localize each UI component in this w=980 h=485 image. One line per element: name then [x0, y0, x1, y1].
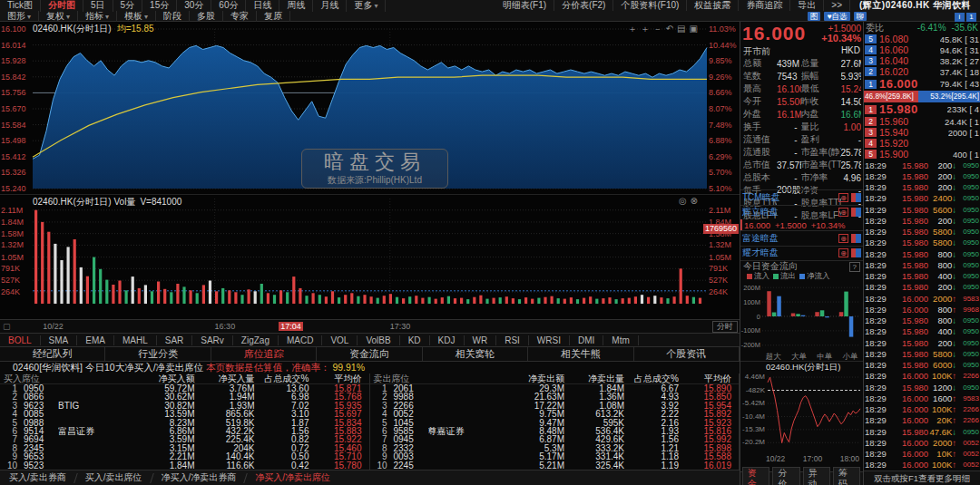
corner-badge-1[interactable]: 1 [966, 13, 976, 22]
indicator-tab-BOLL[interactable]: BOLL [0, 335, 41, 345]
tool-tab-专家[interactable]: 专家 [223, 11, 257, 23]
indicator-tab-DMI[interactable]: DMI [570, 335, 603, 345]
tool-tab-指标[interactable]: 指标▾ [78, 11, 117, 23]
section-tab-相关牛熊[interactable]: 相关牛熊 [528, 347, 633, 361]
indicator-tab-EMA[interactable]: EMA [77, 335, 114, 345]
timeframe-corner-label[interactable]: 分时 [712, 321, 738, 333]
help-icon[interactable]: ? [849, 262, 860, 272]
bottom-tab-净买入/净卖出券商[interactable]: 净买入/净卖出券商 [152, 471, 246, 484]
bottom-tab-净买入/净卖出席位[interactable]: 净买入/净卖出席位 [246, 471, 339, 484]
indicator-tab-SARv[interactable]: SARv [192, 335, 233, 345]
add-favorite-button[interactable]: ♥自选 [824, 12, 849, 21]
indicator-tab-Mtm[interactable]: Mtm [603, 335, 638, 345]
bottom-tab-买入/卖出券商[interactable]: 买入/卖出券商 [0, 471, 75, 484]
section-tab-个股资讯[interactable]: 个股资讯 [634, 347, 740, 361]
tick-row: 18:2915.980200↓0950 [864, 160, 980, 170]
section-tab-行业分类[interactable]: 行业分类 [105, 347, 211, 361]
ask-level-row[interactable]: 316.04038.2K [ 27 [864, 55, 980, 66]
tick-list[interactable]: 18:2915.980200↓095018:2915.980200↓095018… [864, 160, 980, 470]
ask-level-row[interactable]: 216.02037.4K [ 18 [864, 66, 980, 77]
compare-icon[interactable] [851, 248, 861, 257]
dark-pool-link-富途暗盘[interactable]: 富途暗盘 [742, 232, 779, 245]
menu-tab-券商追踪[interactable]: 券商追踪 [739, 0, 790, 11]
indicator-tab-VOL[interactable]: VOL [322, 335, 358, 345]
indicator-tab-WRSI[interactable]: WRSI [529, 335, 570, 345]
tick-time: 18:29 [865, 294, 892, 304]
tool-tab-图形[interactable]: 图形▾ [0, 11, 39, 23]
menu-tab-权益披露[interactable]: 权益披露 [687, 0, 739, 11]
period-tab-月线[interactable]: 月线 [313, 0, 347, 12]
screenshot-button[interactable]: 图 [808, 12, 821, 21]
search-icon[interactable]: ⊕ [838, 193, 848, 202]
compare-icon[interactable] [851, 208, 861, 217]
compare-icon[interactable] [851, 234, 861, 243]
bid-level-row[interactable]: 215.96024.4K [ 1 [864, 116, 980, 127]
indicator-tab-MAHL[interactable]: MAHL [114, 335, 157, 345]
compare-icon[interactable] [851, 193, 861, 202]
window-icon[interactable]: ▢ [3, 322, 11, 331]
bid-level-row[interactable]: 315.9402000 [ 1 [864, 127, 980, 138]
rt-tab-异动[interactable]: 异动 [803, 467, 830, 485]
tick-volume-value: 200 [937, 338, 952, 348]
bid-level-row[interactable]: 515.900400 [ 1 [864, 149, 980, 160]
ask-level-row[interactable]: 516.08045.8K [ 31 [864, 34, 980, 44]
tick-volume-value: 5800 [933, 227, 952, 237]
section-tab-资金流向[interactable]: 资金流向 [317, 347, 422, 361]
indicator-tab-SAR[interactable]: SAR [157, 335, 193, 345]
bid-level-row[interactable]: 115.980233K [ 4 [864, 102, 980, 116]
tool-tab-复原[interactable]: 复原 [257, 11, 290, 23]
dark-pool-link-耀才暗盘[interactable]: 耀才暗盘 [742, 247, 779, 259]
tool-tab-模板[interactable]: 模板▾ [117, 11, 156, 23]
tool-tab-多股[interactable]: 多股 [190, 11, 223, 23]
volume-pane-toolbar[interactable]: ◎⊗ [679, 196, 701, 206]
rt-tab-筹码[interactable]: 筹码 [833, 467, 860, 485]
search-icon[interactable]: ⊕ [838, 234, 848, 243]
search-icon[interactable]: ⊕ [838, 208, 848, 217]
search-icon[interactable]: ⊕ [838, 248, 848, 257]
stat-value: 16.100 [777, 84, 801, 94]
chat-button[interactable]: 聊 [854, 12, 867, 21]
bid-quantity: 233K [ 4 [947, 104, 979, 114]
percent-axis-right-label: 6.29% [709, 153, 732, 161]
ask-level-row[interactable]: 416.06094.6K [ 31 [864, 44, 980, 55]
stat-value: 27.6M [841, 59, 862, 69]
dark-pool-link-TCM暗盘[interactable]: TCM暗盘 [742, 191, 780, 204]
tick-broker-code: 0950 [956, 327, 979, 335]
seat-table-header: 02460[华润饮料] 今日10大净买入/净卖出席位 本页数据是估算值，准确率：… [0, 362, 740, 373]
bottom-tab-买入/卖出席位[interactable]: 买入/卖出席位 [76, 471, 152, 484]
indicator-tab-WR[interactable]: WR [465, 335, 497, 345]
section-tab-经纪队列[interactable]: 经纪队列 [0, 347, 105, 361]
rt-tab-分价[interactable]: 分价 [772, 467, 799, 485]
tool-tab-阶段[interactable]: 阶段 [156, 11, 190, 23]
tick-row: 18:2916.00020K↑2266 [864, 415, 980, 426]
corner-badge-i[interactable]: i [955, 13, 965, 22]
period-tab-更多[interactable]: 更多▾ [347, 0, 386, 12]
ask-level-row[interactable]: 116.00079.4K [ 43 [864, 77, 980, 91]
indicator-tab-SMA[interactable]: SMA [41, 335, 78, 345]
indicator-tab-MACD[interactable]: MACD [279, 335, 322, 345]
volume-chart[interactable]: 02460.HK(分时1日) Vol量V=841000 ◎⊗ 1769560 2… [0, 194, 740, 319]
indicator-tab-VolBB[interactable]: VolBB [358, 335, 399, 345]
rt-tab-资金[interactable]: 资金 [742, 467, 769, 485]
indicator-tab-KDJ[interactable]: KDJ [430, 335, 465, 345]
section-tab-相关窝轮[interactable]: 相关窝轮 [423, 347, 528, 361]
menu-tab-导出[interactable]: 导出 [790, 0, 824, 11]
bid-level-row[interactable]: 415.920 [864, 138, 980, 149]
menu-tab-明细表(F1)[interactable]: 明细表(F1) [495, 0, 554, 11]
chart-drawing-toolbar[interactable]: ＋＋－↶▤▣ [628, 23, 701, 35]
tick-row: 18:2916.0002000↑9583 [864, 293, 980, 304]
tool-tab-复权[interactable]: 复权▾ [39, 11, 78, 23]
dark-pool-link-辉立暗盘[interactable]: 辉立暗盘 [742, 206, 779, 218]
indicator-tab-ZigZag[interactable]: ZigZag [233, 335, 279, 345]
menu-tab->>[interactable]: >> [824, 0, 850, 11]
table-row[interactable]: 1022455.21M325.4K1.1916.019 [370, 461, 740, 470]
tick-volume-value: 2400 [933, 193, 952, 203]
indicator-tab-RSI[interactable]: RSI [496, 335, 529, 345]
intraday-price-chart[interactable]: 02460.HK(分时1日)均=15.85 ＋＋－↶▤▣ 暗盘交易 数据来源:P… [0, 22, 740, 194]
section-tab-席位追踪[interactable]: 席位追踪 [211, 347, 317, 361]
indicator-tab-KD[interactable]: KD [400, 335, 430, 345]
table-row[interactable]: 1095231.84M116.6K0.4215.780 [0, 461, 369, 470]
volume-axis-left-label: 1.84M [1, 218, 24, 227]
menu-tab-个股资料(F10)[interactable]: 个股资料(F10) [613, 0, 687, 11]
menu-tab-分价表(F2)[interactable]: 分价表(F2) [554, 0, 613, 11]
